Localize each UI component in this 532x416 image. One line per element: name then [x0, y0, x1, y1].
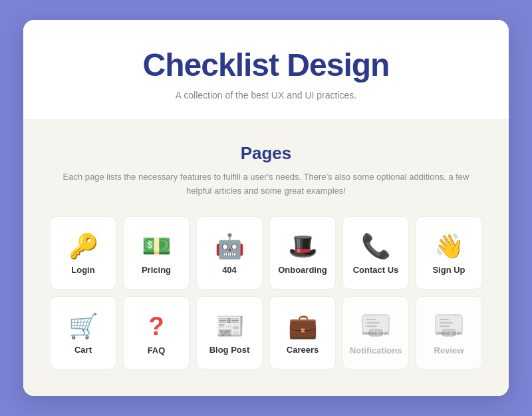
card-careers[interactable]: 💼 Careers [269, 296, 336, 369]
main-card: Checklist Design A collection of the bes… [23, 20, 509, 397]
svg-rect-8 [440, 322, 453, 323]
contact-us-icon: 📞 [361, 234, 391, 258]
contact-us-label: Contact Us [353, 265, 399, 275]
blog-post-icon: 📰 [215, 314, 245, 338]
onboarding-icon: 🎩 [288, 234, 318, 258]
svg-rect-3 [366, 325, 377, 327]
pages-grid: 🔑 Login 💵 Pricing 🤖 404 🎩 Onboarding 📞 C… [50, 216, 482, 369]
card-blog-post[interactable]: 📰 Blog Post [196, 296, 263, 369]
svg-rect-7 [440, 319, 449, 320]
faq-icon: ? [148, 313, 164, 339]
notifications-label: Notifications [350, 345, 402, 355]
cart-label: Cart [74, 345, 92, 355]
blog-post-label: Blog Post [209, 345, 250, 355]
card-faq[interactable]: ? FAQ [123, 296, 190, 369]
notifications-coming-soon-visual: COMING SOON [361, 313, 390, 343]
card-login[interactable]: 🔑 Login [50, 216, 116, 290]
404-icon: 🤖 [215, 234, 245, 258]
content-section: Pages Each page lists the necessary feat… [23, 119, 509, 397]
card-onboarding[interactable]: 🎩 Onboarding [269, 216, 336, 290]
faq-label: FAQ [148, 345, 166, 355]
svg-rect-1 [366, 319, 376, 320]
card-pricing[interactable]: 💵 Pricing [123, 216, 190, 290]
page-title: Checklist Design [37, 47, 495, 83]
page-subtitle: A collection of the best UX and UI pract… [37, 90, 495, 101]
pricing-label: Pricing [142, 265, 171, 275]
404-label: 404 [222, 265, 237, 275]
onboarding-label: Onboarding [278, 265, 327, 275]
careers-icon: 💼 [288, 314, 318, 338]
card-sign-up[interactable]: 👋 Sign Up [416, 216, 482, 290]
review-label: Review [434, 345, 464, 355]
card-notifications: COMING SOON Notifications [342, 296, 409, 369]
careers-label: Careers [287, 345, 319, 355]
svg-text:COMING SOON: COMING SOON [362, 331, 389, 335]
pricing-icon: 💵 [142, 234, 172, 258]
svg-text:COMING SOON: COMING SOON [436, 331, 462, 335]
cart-icon: 🛒 [68, 314, 98, 338]
login-icon: 🔑 [68, 234, 98, 258]
sign-up-label: Sign Up [432, 265, 465, 275]
svg-rect-2 [366, 322, 380, 323]
card-review: COMING SOON Review [416, 296, 482, 369]
card-404[interactable]: 🤖 404 [196, 216, 263, 290]
svg-rect-9 [440, 325, 450, 327]
sign-up-icon: 👋 [434, 234, 464, 258]
review-coming-soon-visual: COMING SOON [434, 313, 464, 343]
card-cart[interactable]: 🛒 Cart [50, 296, 116, 369]
card-contact-us[interactable]: 📞 Contact Us [342, 216, 409, 290]
header: Checklist Design A collection of the bes… [23, 20, 509, 119]
pages-title: Pages [50, 143, 482, 164]
login-label: Login [71, 265, 94, 275]
pages-description: Each page lists the necessary features t… [50, 170, 482, 198]
